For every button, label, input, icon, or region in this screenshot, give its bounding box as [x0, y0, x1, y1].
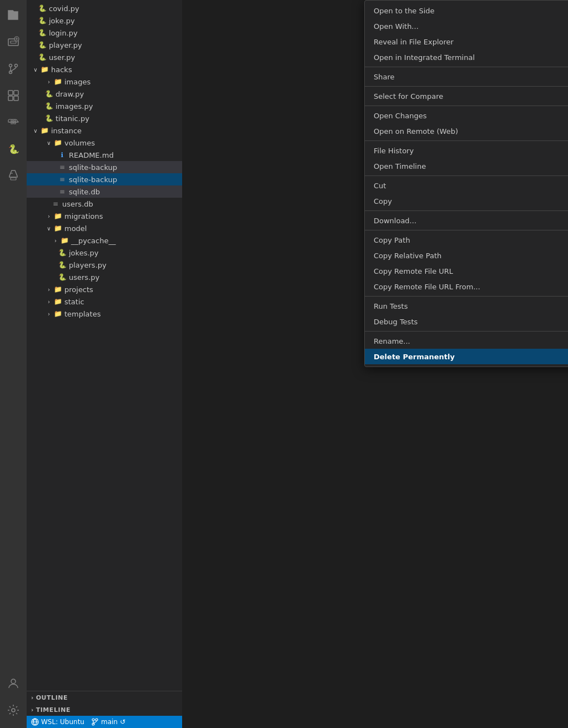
file-name: titanic.py: [56, 114, 89, 123]
python-file-icon: 🐍: [44, 102, 53, 111]
python-icon[interactable]: 🐍: [0, 135, 27, 162]
folder-icon: 📁: [53, 297, 62, 306]
folder-name: instance: [51, 127, 82, 135]
folder-name: model: [64, 224, 87, 233]
folder-images[interactable]: › 📁 images: [27, 76, 182, 88]
menu-separator-5: [365, 175, 568, 176]
menu-open-side[interactable]: Open to the Side Ctrl+Enter: [365, 3, 568, 18]
docker-icon[interactable]: [0, 109, 27, 135]
folder-pycache[interactable]: › 📁 __pycache__: [27, 234, 182, 247]
file-users-db[interactable]: ≡ users.db: [27, 198, 182, 210]
file-readme[interactable]: ℹ README.md: [27, 149, 182, 161]
menu-open-changes[interactable]: Open Changes ›: [365, 108, 568, 123]
menu-cut[interactable]: Cut Ctrl+X: [365, 178, 568, 193]
folder-migrations[interactable]: › 📁 migrations: [27, 210, 182, 222]
svg-rect-0: [9, 13, 17, 14]
file-jokes-py[interactable]: 🐍 jokes.py: [27, 247, 182, 259]
menu-item-label: Copy Path: [374, 236, 568, 244]
menu-file-history[interactable]: File History ›: [365, 143, 568, 158]
outline-panel-header[interactable]: › OUTLINE: [27, 691, 182, 704]
file-titanic[interactable]: 🐍 titanic.py: [27, 112, 182, 124]
folder-static[interactable]: › 📁 static: [27, 295, 182, 308]
file-players-py[interactable]: 🐍 players.py: [27, 259, 182, 271]
file-name: joke.py: [49, 17, 75, 25]
file-user[interactable]: 🐍 user.py: [27, 51, 182, 63]
menu-copy-relative-path[interactable]: Copy Relative Path Ctrl+K Ctrl+Shift+C: [365, 248, 568, 263]
folder-name: migrations: [64, 212, 103, 220]
file-sqlite-backup1[interactable]: ≡ sqlite-backup: [27, 161, 182, 173]
file-name: covid.py: [49, 4, 79, 13]
folder-projects[interactable]: › 📁 projects: [27, 283, 182, 295]
db-file-icon: ≡: [58, 187, 67, 196]
python-file-icon: 🐍: [58, 260, 67, 269]
file-name: README.md: [69, 151, 114, 159]
svg-point-8: [9, 64, 12, 67]
outline-label: OUTLINE: [36, 694, 68, 701]
menu-separator-8: [365, 296, 568, 297]
file-tree: 🐍 covid.py 🐍 joke.py 🐍 login.py 🐍 player…: [27, 0, 182, 691]
outline-chevron: ›: [31, 695, 34, 701]
folder-instance[interactable]: ∨ 📁 instance: [27, 124, 182, 137]
menu-separator-2: [365, 86, 568, 87]
menu-debug-tests[interactable]: Debug Tests: [365, 314, 568, 329]
source-control-icon[interactable]: [0, 56, 27, 82]
menu-open-with[interactable]: Open With...: [365, 18, 568, 34]
files-icon[interactable]: [0, 2, 27, 29]
menu-run-tests[interactable]: Run Tests: [365, 298, 568, 314]
menu-copy-remote-url[interactable]: Copy Remote File URL: [365, 263, 568, 279]
folder-model[interactable]: ∨ 📁 model: [27, 222, 182, 234]
menu-reveal-explorer[interactable]: Reveal in File Explorer Shift+Alt+R: [365, 34, 568, 49]
file-images-py[interactable]: 🐍 images.py: [27, 100, 182, 112]
file-sqlite-backup2[interactable]: ≡ sqlite-backup: [27, 173, 182, 185]
branch-status[interactable]: main ↺: [91, 718, 125, 726]
account-icon[interactable]: [0, 670, 27, 697]
branch-label: main: [101, 718, 118, 726]
folder-chevron: ∨: [31, 126, 40, 135]
menu-item-label: Copy: [374, 197, 568, 205]
menu-item-label: Select for Compare: [374, 92, 568, 101]
menu-open-timeline[interactable]: Open Timeline: [365, 158, 568, 174]
file-name: users.py: [69, 273, 99, 282]
menu-rename[interactable]: Rename... F2: [365, 333, 568, 349]
remote-status[interactable]: WSL: Ubuntu: [31, 718, 84, 726]
menu-download[interactable]: Download...: [365, 213, 568, 228]
folder-name: templates: [64, 310, 100, 318]
file-name: sqlite-backup: [69, 175, 117, 184]
menu-open-terminal[interactable]: Open in Integrated Terminal: [365, 49, 568, 65]
testing-icon[interactable]: [0, 162, 27, 189]
folder-templates[interactable]: › 📁 templates: [27, 308, 182, 320]
file-login[interactable]: 🐍 login.py: [27, 27, 182, 39]
remote-explorer-icon[interactable]: [0, 29, 27, 56]
folder-chevron: ∨: [44, 224, 53, 233]
svg-text:🐍: 🐍: [8, 144, 19, 154]
folder-icon: 📁: [53, 285, 62, 294]
settings-icon[interactable]: [0, 697, 27, 724]
menu-open-remote-web[interactable]: Open on Remote (Web) ›: [365, 123, 568, 139]
menu-select-compare[interactable]: Select for Compare: [365, 88, 568, 104]
folder-chevron: ∨: [31, 65, 40, 74]
folder-volumes[interactable]: ∨ 📁 volumes: [27, 137, 182, 149]
file-covid[interactable]: 🐍 covid.py: [27, 2, 182, 14]
activity-bar-top: 🐍: [0, 2, 27, 670]
menu-copy-path[interactable]: Copy Path Shift+Alt+C: [365, 232, 568, 248]
menu-separator-7: [365, 230, 568, 230]
file-sqlite-db[interactable]: ≡ sqlite.db: [27, 185, 182, 198]
folder-name: images: [64, 78, 91, 86]
file-users-py[interactable]: 🐍 users.py: [27, 271, 182, 283]
timeline-panel-header[interactable]: › TIMELINE: [27, 704, 182, 716]
folder-hacks[interactable]: ∨ 📁 hacks: [27, 63, 182, 76]
folder-chevron: ›: [51, 236, 60, 245]
menu-copy-remote-url-from[interactable]: Copy Remote File URL From...: [365, 279, 568, 294]
db-file-icon: ≡: [51, 199, 60, 208]
info-icon: ℹ: [58, 150, 67, 159]
remote-label: WSL: Ubuntu: [41, 718, 84, 726]
context-menu-overlay: Open to the Side Ctrl+Enter Open With...…: [182, 0, 568, 728]
file-joke[interactable]: 🐍 joke.py: [27, 14, 182, 27]
file-player[interactable]: 🐍 player.py: [27, 39, 182, 51]
folder-icon: 📁: [53, 224, 62, 233]
file-draw[interactable]: 🐍 draw.py: [27, 88, 182, 100]
menu-copy[interactable]: Copy Ctrl+C: [365, 193, 568, 209]
menu-share[interactable]: Share ›: [365, 69, 568, 84]
extensions-icon[interactable]: [0, 82, 27, 109]
menu-delete[interactable]: Delete Permanently Delete: [365, 349, 568, 364]
